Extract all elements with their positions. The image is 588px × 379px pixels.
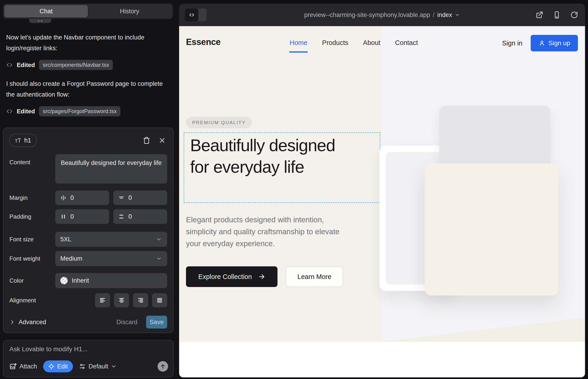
- url-bar[interactable]: preview--charming-site-symphony.lovable.…: [304, 12, 460, 19]
- open-external-button[interactable]: [536, 11, 543, 19]
- scrolled-chip-fragment[interactable]: [29, 19, 51, 23]
- element-tag-label: h1: [24, 137, 31, 144]
- url-separator: /: [433, 12, 434, 19]
- chat-composer: Attach Edit Default: [3, 340, 174, 377]
- align-right-icon: [137, 297, 144, 304]
- element-tag-pill[interactable]: тT h1: [9, 134, 37, 147]
- sign-up-label: Sign up: [549, 39, 570, 47]
- code-icon: [6, 108, 13, 114]
- assistant-message: I should also create a Forgot Password p…: [6, 79, 168, 100]
- margin-label: Margin: [9, 194, 55, 201]
- edited-file-row: Edited src/components/Navbar.tsx: [6, 59, 113, 71]
- align-left-button[interactable]: [95, 293, 110, 307]
- nav-link-contact[interactable]: Contact: [395, 39, 418, 47]
- padding-x-input[interactable]: [70, 213, 89, 220]
- mode-select[interactable]: Default: [79, 363, 117, 370]
- nav-link-products[interactable]: Products: [322, 39, 348, 47]
- padding-y-field[interactable]: [113, 209, 167, 224]
- site-nav: Home Products About Contact: [290, 39, 418, 47]
- edited-file-chip[interactable]: src/pages/ForgotPassword.tsx: [39, 106, 120, 116]
- code-preview-toggle[interactable]: [185, 8, 207, 21]
- align-center-icon: [118, 297, 125, 304]
- explore-collection-label: Explore Collection: [198, 273, 252, 281]
- arrow-up-icon: [160, 363, 166, 369]
- margin-horizontal-icon: [60, 194, 67, 201]
- content-input[interactable]: Beautifully designed for everyday life: [55, 154, 167, 184]
- tab-history[interactable]: History: [88, 5, 171, 17]
- code-icon[interactable]: [185, 8, 198, 21]
- h1-selection-outline[interactable]: Beautifully designed for everyday life: [184, 132, 380, 203]
- type-icon: тT: [15, 137, 21, 144]
- content-label: Content: [9, 154, 55, 166]
- sign-in-link[interactable]: Sign in: [502, 39, 522, 47]
- refresh-button[interactable]: [570, 11, 578, 19]
- browser-topbar: preview--charming-site-symphony.lovable.…: [179, 4, 585, 26]
- chevron-down-icon: [156, 255, 162, 262]
- margin-x-field[interactable]: [55, 190, 109, 205]
- font-size-select[interactable]: 5XL: [55, 232, 167, 247]
- sliders-icon: [79, 363, 86, 370]
- advanced-toggle[interactable]: Advanced: [9, 319, 46, 326]
- chevron-down-icon: [156, 236, 162, 242]
- padding-x-field[interactable]: [55, 209, 109, 224]
- chevron-right-icon: [9, 319, 15, 325]
- chevron-down-icon: [111, 364, 117, 369]
- edited-label: Edited: [17, 62, 35, 69]
- chat-sidebar: Chat History Now let's update the Navbar…: [0, 0, 179, 379]
- margin-vertical-icon: [118, 194, 125, 201]
- code-icon: [6, 62, 13, 68]
- save-button[interactable]: Save: [146, 316, 167, 329]
- attach-label: Attach: [19, 363, 37, 370]
- font-size-value: 5XL: [60, 236, 156, 243]
- tab-chat[interactable]: Chat: [4, 5, 88, 17]
- align-left-icon: [99, 297, 106, 304]
- align-center-button[interactable]: [114, 293, 129, 307]
- edited-file-chip[interactable]: src/components/Navbar.tsx: [39, 60, 113, 70]
- margin-x-input[interactable]: [70, 194, 89, 201]
- delete-element-button[interactable]: [141, 135, 152, 145]
- color-select[interactable]: Inherit: [55, 273, 167, 288]
- font-weight-value: Medium: [60, 255, 156, 262]
- target-icon: [48, 363, 55, 370]
- padding-label: Padding: [9, 213, 55, 220]
- advanced-label: Advanced: [19, 319, 46, 326]
- user-icon: [539, 40, 545, 47]
- sign-up-button[interactable]: Sign up: [531, 35, 578, 51]
- url-domain: preview--charming-site-symphony.lovable.…: [304, 12, 430, 19]
- site-logo[interactable]: Essence: [186, 37, 221, 47]
- align-justify-button[interactable]: [152, 293, 167, 307]
- color-swatch-transparent: [60, 277, 68, 284]
- chat-history-tabbar: Chat History: [3, 4, 173, 19]
- color-value: Inherit: [72, 277, 162, 284]
- edited-file-row: Edited src/pages/ForgotPassword.tsx: [6, 106, 120, 117]
- padding-y-input[interactable]: [128, 213, 147, 220]
- composer-input[interactable]: [9, 346, 147, 353]
- preview-browser-window: preview--charming-site-symphony.lovable.…: [179, 4, 585, 377]
- margin-y-input[interactable]: [128, 194, 147, 201]
- attach-button[interactable]: Attach: [9, 363, 37, 370]
- mobile-view-button[interactable]: [553, 11, 561, 19]
- send-button[interactable]: [157, 361, 168, 372]
- margin-y-field[interactable]: [113, 190, 167, 205]
- hero-heading[interactable]: Beautifully designed for everyday life: [190, 135, 337, 178]
- nav-link-about[interactable]: About: [363, 39, 380, 47]
- chevron-down-icon: [455, 12, 460, 17]
- discard-button[interactable]: Discard: [116, 319, 137, 326]
- alignment-label: Alignment: [9, 297, 55, 304]
- mode-label: Default: [89, 363, 108, 370]
- explore-collection-button[interactable]: Explore Collection: [186, 266, 278, 287]
- decor-card-beige: [425, 163, 558, 296]
- learn-more-button[interactable]: Learn More: [286, 266, 343, 287]
- nav-link-home[interactable]: Home: [290, 39, 307, 47]
- font-weight-select[interactable]: Medium: [55, 251, 167, 266]
- preview-page: Essence Home Products About Contact Sign…: [179, 26, 585, 377]
- align-right-button[interactable]: [133, 293, 148, 307]
- edit-mode-button[interactable]: Edit: [43, 360, 73, 372]
- padding-horizontal-icon: [60, 213, 67, 220]
- hero-paragraph: Elegant products designed with intention…: [186, 214, 346, 250]
- close-icon: [159, 137, 166, 144]
- premium-quality-badge: PREMIUM QUALITY: [186, 117, 252, 128]
- close-editor-button[interactable]: [157, 135, 167, 145]
- element-editor-panel: тT h1 Content Beautifully designed for e…: [3, 127, 174, 333]
- url-page: index: [437, 12, 452, 19]
